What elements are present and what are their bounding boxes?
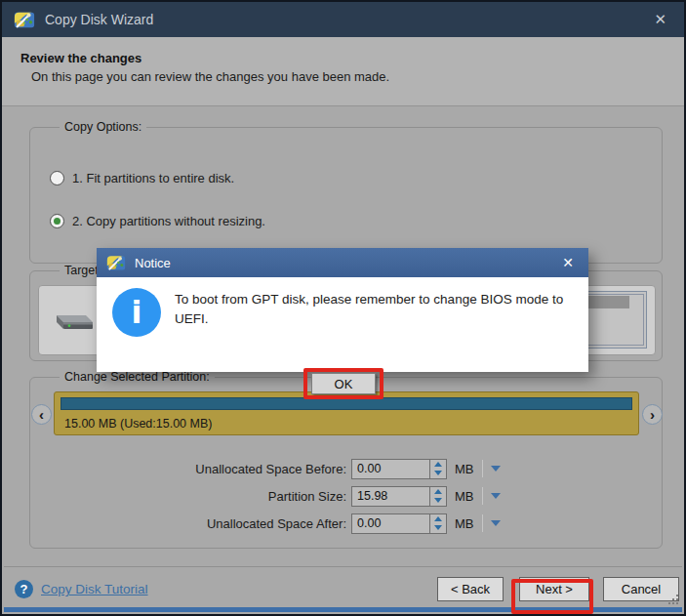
selected-partition-bar[interactable]: 15.00 MB (Used:15.00 MB): [54, 391, 639, 435]
unallocated-after-row: Unallocated Space After: MB: [178, 513, 501, 534]
unallocated-before-row: Unallocated Space Before: MB: [178, 458, 501, 479]
radio-label: 1. Fit partitions to entire disk.: [72, 171, 234, 185]
notice-dialog: Notice ✕ i To boot from GPT disk, please…: [97, 248, 588, 372]
page-title: Review the changes: [20, 51, 141, 65]
screenshot-root: Copy Disk Wizard ✕ Review the changes On…: [0, 0, 686, 616]
app-logo-icon: [14, 9, 35, 30]
spinner-down-icon[interactable]: [430, 496, 446, 506]
notice-body: i To boot from GPT disk, please remember…: [97, 277, 588, 372]
chevron-left-icon[interactable]: ‹: [31, 404, 52, 425]
footer-bar: ? Copy Disk Tutorial < Back Next > Cance…: [4, 566, 682, 607]
spinner-down-icon[interactable]: [430, 469, 446, 478]
change-partition-group: Change Selected Partition: ‹ 15.00 MB (U…: [29, 377, 663, 549]
spinner: [429, 460, 446, 478]
ok-button[interactable]: OK: [311, 373, 376, 394]
unallocated-before-spinbox[interactable]: [351, 459, 447, 479]
spinner-up-icon[interactable]: [430, 460, 446, 470]
unit-dropdown-icon[interactable]: [491, 493, 501, 499]
close-icon[interactable]: ✕: [648, 9, 672, 30]
unit-label: MB: [455, 489, 478, 504]
radio-icon[interactable]: [50, 171, 64, 185]
partition-size-row: Partition Size: MB: [178, 485, 501, 507]
next-button[interactable]: Next >: [519, 577, 589, 601]
notice-titlebar: Notice ✕: [97, 248, 588, 277]
notice-message: To boot from GPT disk, please remember t…: [175, 290, 585, 329]
info-glyph: i: [132, 294, 142, 331]
window-title: Copy Disk Wizard: [45, 12, 153, 27]
unit-label: MB: [455, 462, 478, 476]
radio-icon-selected[interactable]: [50, 214, 64, 228]
radio-copy-without-resizing[interactable]: 2. Copy partitions without resizing.: [50, 212, 265, 229]
unit-dropdown-icon[interactable]: [491, 520, 501, 526]
chevron-right-glyph: ›: [650, 407, 655, 422]
partition-size-label: 15.00 MB (Used:15.00 MB): [64, 417, 212, 431]
partition-size-label: Partition Size:: [178, 489, 346, 504]
window-bottom-strip: [4, 607, 682, 612]
back-button[interactable]: < Back: [437, 577, 504, 601]
unit-dropdown-icon[interactable]: [491, 466, 501, 472]
chevron-left-glyph: ‹: [39, 407, 44, 422]
divider: [482, 487, 483, 505]
radio-label: 2. Copy partitions without resizing.: [72, 214, 265, 228]
partition-size-input[interactable]: [352, 487, 433, 506]
disk-icon: [49, 308, 94, 335]
resize-grip[interactable]: [668, 595, 678, 604]
tutorial-link[interactable]: Copy Disk Tutorial: [41, 582, 148, 596]
page-subtitle: On this page you can review the changes …: [31, 69, 389, 84]
change-partition-legend: Change Selected Partition:: [60, 370, 215, 385]
unallocated-after-input[interactable]: [352, 514, 433, 533]
unallocated-after-spinbox[interactable]: [351, 513, 447, 534]
info-icon: i: [112, 288, 161, 337]
help-icon[interactable]: ?: [15, 580, 33, 598]
spinner-up-icon[interactable]: [430, 514, 446, 524]
copy-options-group: Copy Options: 1. Fit partitions to entir…: [29, 127, 663, 264]
app-logo-icon: [106, 253, 126, 272]
unallocated-before-label: Unallocated Space Before:: [178, 462, 346, 476]
wizard-header: Review the changes On this page you can …: [2, 37, 684, 106]
copy-disk-wizard-window: Copy Disk Wizard ✕ Review the changes On…: [0, 0, 686, 616]
copy-options-legend: Copy Options:: [60, 120, 146, 135]
notice-title: Notice: [135, 256, 171, 270]
window-titlebar: Copy Disk Wizard ✕: [2, 2, 684, 37]
unit-label: MB: [455, 516, 478, 531]
spinner-up-icon[interactable]: [430, 487, 446, 497]
spinner-down-icon[interactable]: [430, 523, 446, 533]
spinner: [429, 514, 446, 533]
radio-fit-partitions[interactable]: 1. Fit partitions to entire disk.: [50, 169, 234, 186]
divider: [482, 460, 483, 477]
spinner: [429, 487, 446, 506]
help-glyph: ?: [20, 582, 28, 596]
chevron-right-icon[interactable]: ›: [642, 404, 663, 425]
unallocated-before-input[interactable]: [352, 460, 433, 478]
partition-size-spinbox[interactable]: [351, 486, 447, 507]
notice-close-icon[interactable]: ✕: [557, 254, 579, 271]
unallocated-after-label: Unallocated Space After:: [178, 516, 346, 531]
partition-used-space-bar: [61, 397, 632, 410]
divider: [482, 514, 483, 532]
